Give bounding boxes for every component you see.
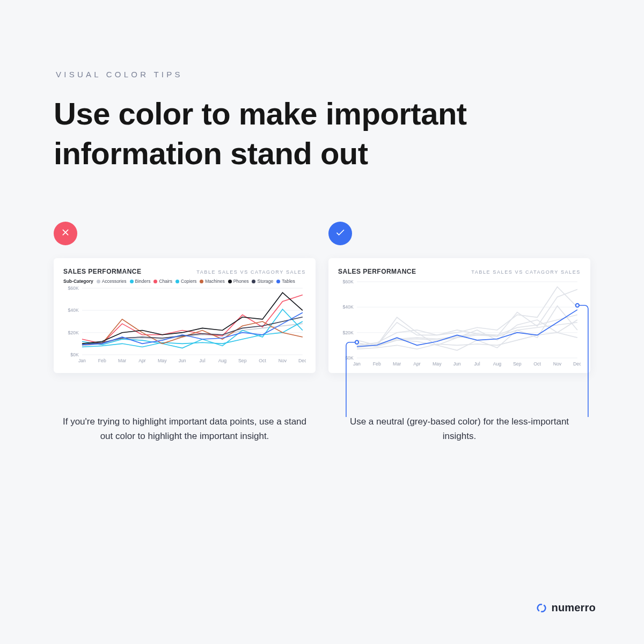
svg-text:Oct: Oct <box>259 358 266 364</box>
svg-text:$60K: $60K <box>342 280 354 285</box>
svg-text:Apr: Apr <box>138 358 146 364</box>
svg-text:Oct: Oct <box>533 362 541 367</box>
svg-text:Dec: Dec <box>298 358 306 364</box>
svg-text:Jun: Jun <box>179 358 186 364</box>
page-title: Use color to make important information … <box>54 94 590 173</box>
cross-badge <box>54 222 77 245</box>
svg-text:May: May <box>433 362 442 367</box>
bad-chart-card: SALES PERFORMANCE TABLE SALES VS CATAGOR… <box>54 258 316 373</box>
svg-text:Aug: Aug <box>218 358 227 364</box>
legend-swatch <box>276 280 280 283</box>
legend-swatch <box>130 280 134 283</box>
eyebrow: VISUAL COLOR TIPS <box>54 70 590 79</box>
legend-item: Accessories <box>97 279 127 284</box>
footer-brand: numerro <box>536 602 596 614</box>
bad-example-column: SALES PERFORMANCE TABLE SALES VS CATAGOR… <box>54 222 316 443</box>
legend-item: Machines <box>200 279 224 284</box>
legend-text: Tables <box>282 279 295 284</box>
check-badge <box>328 222 352 245</box>
svg-text:Jul: Jul <box>199 358 205 364</box>
legend-text: Storage <box>257 279 273 284</box>
svg-text:Aug: Aug <box>493 362 502 367</box>
legend-label: Sub-Category <box>63 279 93 284</box>
svg-text:$60K: $60K <box>68 286 79 291</box>
legend-swatch <box>175 280 179 283</box>
legend-swatch <box>228 280 232 283</box>
legend-text: Machines <box>205 279 224 284</box>
svg-text:Jan: Jan <box>353 362 361 367</box>
svg-text:Sep: Sep <box>238 358 247 364</box>
legend-text: Copiers <box>181 279 196 284</box>
bad-caption: If you're trying to highlight important … <box>54 415 316 443</box>
svg-text:$20K: $20K <box>68 330 79 335</box>
svg-text:May: May <box>158 358 167 364</box>
svg-text:Jan: Jan <box>78 358 86 364</box>
good-chart-title: SALES PERFORMANCE <box>338 268 416 275</box>
legend-item: Copiers <box>175 279 196 284</box>
svg-text:Dec: Dec <box>573 362 581 367</box>
legend-swatch <box>252 280 255 283</box>
legend-swatch <box>153 280 157 283</box>
legend-item: Chairs <box>153 279 172 284</box>
legend-item: Tables <box>276 279 295 284</box>
bad-chart-subtitle: TABLE SALES VS CATAGORY SALES <box>196 269 306 275</box>
bad-chart-legend: Sub-Category AccessoriesBindersChairsCop… <box>63 279 306 284</box>
legend-text: Binders <box>135 279 151 284</box>
legend-swatch <box>97 280 100 283</box>
svg-text:$0K: $0K <box>70 353 79 358</box>
legend-item: Phones <box>228 279 249 284</box>
legend-text: Accessories <box>102 279 127 284</box>
svg-text:$40K: $40K <box>342 305 354 310</box>
svg-text:$20K: $20K <box>342 330 354 335</box>
numerro-logo-icon <box>536 603 547 613</box>
legend-item: Binders <box>130 279 151 284</box>
svg-text:$0K: $0K <box>345 356 354 361</box>
good-line-chart: $0K$20K$40K$60KJanFebMarAprMayJunJulAugS… <box>338 279 581 368</box>
good-example-column: SALES PERFORMANCE TABLE SALES VS CATAGOR… <box>328 222 590 443</box>
svg-text:Jul: Jul <box>474 362 480 367</box>
svg-text:Nov: Nov <box>553 362 562 367</box>
svg-text:Mar: Mar <box>118 358 126 364</box>
comparison-row: SALES PERFORMANCE TABLE SALES VS CATAGOR… <box>54 222 590 443</box>
svg-text:Feb: Feb <box>373 362 381 367</box>
footer-brand-text: numerro <box>551 602 596 614</box>
svg-text:$40K: $40K <box>68 308 79 313</box>
cross-icon <box>60 227 71 240</box>
bad-line-chart: $0K$20K$40K$60KJanFebMarAprMayJunJulAugS… <box>63 285 306 364</box>
svg-text:Sep: Sep <box>513 362 522 367</box>
legend-swatch <box>200 280 203 283</box>
legend-text: Chairs <box>159 279 172 284</box>
svg-text:Jun: Jun <box>453 362 461 367</box>
check-icon <box>335 227 346 240</box>
svg-text:Apr: Apr <box>413 362 421 367</box>
good-caption: Use a neutral (grey-based color) for the… <box>328 415 590 443</box>
good-chart-subtitle: TABLE SALES VS CATAGORY SALES <box>471 269 581 275</box>
svg-text:Nov: Nov <box>279 358 287 364</box>
svg-text:Mar: Mar <box>393 362 401 367</box>
bad-chart-title: SALES PERFORMANCE <box>63 268 142 275</box>
svg-text:Feb: Feb <box>98 358 106 364</box>
good-chart-card: SALES PERFORMANCE TABLE SALES VS CATAGOR… <box>328 258 590 373</box>
legend-item: Storage <box>252 279 273 284</box>
legend-text: Phones <box>233 279 249 284</box>
